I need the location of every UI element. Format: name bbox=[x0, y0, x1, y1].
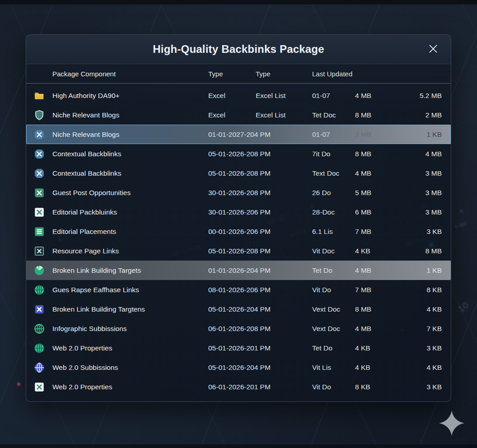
excel-white-green-icon bbox=[33, 206, 45, 218]
row-size2: 1 KB bbox=[391, 131, 442, 139]
row-name: Guest Post Opportunities bbox=[45, 189, 208, 197]
row-last-updated: 01-07 bbox=[312, 92, 355, 100]
table-row[interactable]: High Authority DA90+ExcelExcel List01-07… bbox=[26, 86, 451, 105]
table-row[interactable]: Contextual Backblinks05-01-2026-208 PMTe… bbox=[26, 163, 451, 183]
table-row[interactable]: Broken Link Building Targets01-01-2026-2… bbox=[26, 261, 451, 280]
row-size: 7 MB bbox=[355, 228, 391, 236]
row-size2: 8 KB bbox=[391, 286, 442, 294]
row-size: 4 MB bbox=[355, 92, 391, 100]
pie-green-icon bbox=[33, 265, 45, 276]
row-last-updated: Tet Do bbox=[312, 266, 355, 275]
table-row[interactable]: Broken Link Building Targtens05-01-2026-… bbox=[26, 299, 451, 319]
column-package-component: Package Component bbox=[45, 70, 208, 78]
table-row[interactable]: Niche Relevant BlogsExcelExcel ListTet D… bbox=[26, 105, 451, 125]
row-name: High Authority DA90+ bbox=[45, 92, 208, 100]
folder-icon bbox=[33, 90, 45, 102]
list-green-icon bbox=[33, 226, 45, 238]
dialog-title: High-Quality Backbinks Package bbox=[153, 43, 324, 56]
row-name: Niche Relevant Blogs bbox=[45, 131, 208, 139]
row-date: 08-01-2026-206 PM bbox=[208, 286, 312, 294]
row-name: Resource Page Links bbox=[45, 247, 208, 255]
table-row[interactable]: Infographic Subbissions06-01-2026-208 PM… bbox=[26, 319, 451, 338]
row-size: 5 MB bbox=[355, 189, 391, 197]
row-name: Web 2.0 Properties bbox=[45, 383, 208, 391]
row-size: 4 MB bbox=[355, 325, 391, 333]
row-name: Editorial Packbluinks bbox=[45, 208, 208, 216]
row-date: 30-01-2026-206 PM bbox=[208, 208, 312, 216]
row-last-updated: 7it Do bbox=[312, 150, 355, 158]
table-header: Package Component Type Type Last Updated bbox=[26, 64, 451, 84]
row-date: 06-01-2026-201 PM bbox=[208, 383, 312, 391]
row-name: Web 2.0 Properties bbox=[45, 344, 208, 352]
excel-octagon-blue-icon bbox=[33, 148, 45, 160]
row-date: 05-01-2026-201 PM bbox=[208, 344, 312, 352]
row-last-updated: 6.1 Lis bbox=[312, 228, 355, 236]
row-date: 05-01-2026-204 PM bbox=[208, 305, 312, 313]
row-date: 00-01-2026-206 PM bbox=[208, 228, 312, 236]
table-body: High Authority DA90+ExcelExcel List01-07… bbox=[26, 84, 451, 397]
row-last-updated: Vit Do bbox=[312, 286, 355, 294]
excel-white-green-icon bbox=[33, 381, 45, 393]
row-size: 4 KB bbox=[355, 247, 391, 255]
row-size: 8 MB bbox=[355, 305, 391, 313]
row-name: Contextual Backblinks bbox=[45, 169, 208, 177]
excel-indigo-icon bbox=[33, 303, 45, 315]
shield-icon bbox=[33, 109, 45, 121]
row-size2: 3 MB bbox=[391, 189, 442, 197]
row-size: 8 MB bbox=[355, 111, 391, 119]
row-size2: 3 MB bbox=[391, 208, 442, 216]
table-row[interactable]: Niche Relevant Blogs01-01-2027-204 PM01-… bbox=[26, 125, 451, 144]
row-last-updated: Vext Doc bbox=[312, 305, 355, 313]
row-size: 4 MB bbox=[355, 169, 391, 177]
row-size2: 4 KB bbox=[391, 364, 442, 372]
row-name: Web 2.0 Subbissions bbox=[45, 364, 208, 372]
table-row[interactable]: Contextual Backblinks05-01-2026-208 PM7i… bbox=[26, 144, 451, 163]
row-type2: Excel List bbox=[256, 111, 312, 119]
table-row[interactable]: Web 2.0 Properties05-01-2026-201 PMTet D… bbox=[26, 338, 451, 358]
row-date: 05-01-2026-208 PM bbox=[208, 150, 312, 158]
row-name: Broken Link Building Targets bbox=[45, 266, 208, 275]
row-size2: 3 MB bbox=[391, 169, 442, 177]
sparkle-icon[interactable] bbox=[437, 409, 466, 438]
row-date: 05-01-2026-208 PM bbox=[208, 247, 312, 255]
excel-octagon-blue-icon bbox=[33, 168, 45, 179]
row-size: 4 KB bbox=[355, 344, 391, 352]
close-button[interactable] bbox=[426, 42, 441, 57]
row-last-updated: 26 Do bbox=[312, 189, 355, 197]
row-size2: 5.2 MB bbox=[391, 92, 442, 100]
row-date: 06-01-2026-208 PM bbox=[208, 325, 312, 333]
table-row[interactable]: Web 2.0 Properties06-01-2026-201 PMVit D… bbox=[26, 377, 451, 397]
background-dot bbox=[17, 383, 20, 386]
table-row[interactable]: Guest Post Opportunities30-01-2026-208 P… bbox=[26, 183, 451, 202]
excel-octagon-blue-icon bbox=[33, 129, 45, 140]
globe-green-icon bbox=[33, 342, 45, 354]
table-row[interactable]: Editorial Packbluinks30-01-2026-206 PM28… bbox=[26, 202, 451, 222]
row-name: Editorial Placements bbox=[45, 228, 208, 236]
row-size2: 2 MB bbox=[391, 111, 442, 119]
row-size2: 4 MB bbox=[391, 150, 442, 158]
row-type: Excel bbox=[208, 92, 256, 100]
row-type: Excel bbox=[208, 111, 256, 119]
table-row[interactable]: Editorial Placements00-01-2026-206 PM6.1… bbox=[26, 222, 451, 241]
row-size: 3 MB bbox=[355, 131, 391, 139]
row-name: Contextual Backblinks bbox=[45, 150, 208, 158]
row-size: 4 KB bbox=[355, 364, 391, 372]
row-size2: 4 KB bbox=[391, 305, 442, 313]
globe-blue-icon bbox=[33, 362, 45, 373]
row-last-updated: Vit Do bbox=[312, 383, 355, 391]
column-last-updated: Last Updated bbox=[312, 70, 355, 78]
table-row[interactable]: Gues Rapse Eaffhase Links08-01-2026-206 … bbox=[26, 280, 451, 299]
row-size: 7 MB bbox=[355, 286, 391, 294]
row-last-updated: Tet Doc bbox=[312, 111, 355, 119]
row-type2: Excel List bbox=[256, 92, 312, 100]
row-last-updated: Vit Doc bbox=[312, 247, 355, 255]
table-row[interactable]: Resource Page Links05-01-2026-208 PMVit … bbox=[26, 241, 451, 261]
row-last-updated: Vit Lis bbox=[312, 364, 355, 372]
row-last-updated: Vext Doc bbox=[312, 325, 355, 333]
row-last-updated: 01-07 bbox=[312, 131, 355, 139]
row-date: 05-01-2026-204 PM bbox=[208, 364, 312, 372]
globe-outline-icon bbox=[33, 323, 45, 335]
row-size2: 3 KB bbox=[391, 383, 442, 391]
table-row[interactable]: Web 2.0 Subbissions05-01-2026-204 PMVit … bbox=[26, 358, 451, 377]
row-name: Gues Rapse Eaffhase Links bbox=[45, 286, 208, 294]
